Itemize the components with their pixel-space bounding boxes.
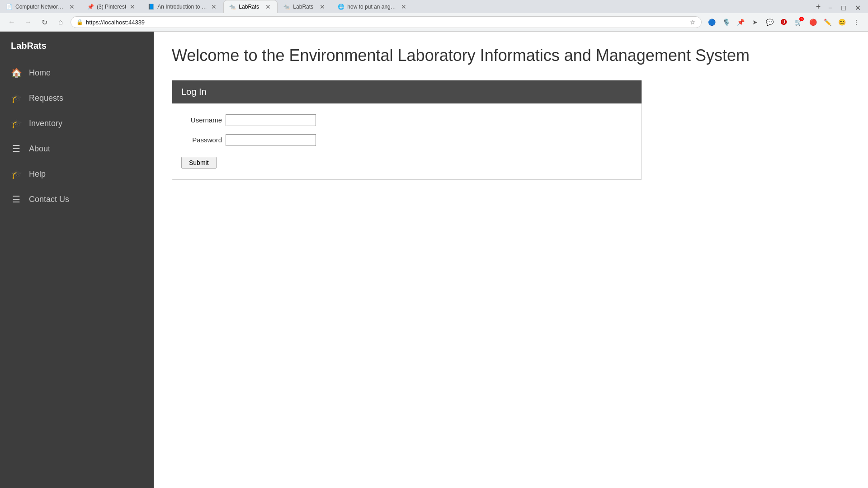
tab-title-tab6: how to put an angul... — [347, 4, 397, 10]
tab-close-tab3[interactable]: ✕ — [210, 3, 217, 10]
username-input[interactable] — [226, 114, 316, 126]
username-label: Username — [181, 116, 222, 124]
sidebar-brand: LabRats — [0, 32, 154, 60]
extension-icon-4[interactable]: ➤ — [749, 16, 761, 28]
reload-button[interactable]: ↻ — [38, 16, 51, 28]
home-button[interactable]: ⌂ — [54, 16, 67, 28]
new-tab-button[interactable]: + — [812, 0, 825, 13]
close-window-button[interactable]: ✕ — [851, 3, 864, 13]
tabs-container: 📄 Computer Networkin... ✕ 📌 (3) Pinteres… — [0, 0, 812, 13]
extension-icon-3[interactable]: 📌 — [734, 16, 747, 28]
sidebar-item-about[interactable]: ☰ About — [0, 136, 154, 161]
tab-title-tab1: Computer Networkin... — [15, 4, 66, 10]
browser-tab-tab4[interactable]: 🐀 LabRats ✕ — [223, 0, 278, 13]
tab-bar: 📄 Computer Networkin... ✕ 📌 (3) Pinteres… — [0, 0, 868, 13]
browser-tab-tab5[interactable]: 🐀 LabRats ✕ — [278, 0, 332, 13]
sidebar-item-label-help: Help — [29, 169, 46, 179]
login-panel: Log In Username Password Submit — [172, 80, 642, 180]
app-layout: LabRats 🏠 Home 🎓 Requests 🎓 Inventory ☰ … — [0, 32, 868, 488]
browser-tab-tab6[interactable]: 🌐 how to put an angul... ✕ — [332, 0, 413, 13]
extension-icon-8[interactable]: ✏️ — [821, 16, 834, 28]
menu-button[interactable]: ⋮ — [850, 16, 863, 28]
back-button[interactable]: ← — [5, 16, 18, 28]
browser-tab-tab2[interactable]: 📌 (3) Pinterest ✕ — [81, 0, 142, 13]
tab-close-tab1[interactable]: ✕ — [68, 3, 75, 10]
tab-title-tab2: (3) Pinterest — [97, 4, 126, 10]
sidebar-item-label-inventory: Inventory — [29, 119, 62, 128]
maximize-button[interactable]: □ — [838, 3, 849, 13]
minimize-button[interactable]: − — [825, 3, 836, 13]
tab-favicon-tab1: 📄 — [6, 4, 13, 10]
extension-icon-1[interactable]: 🔵 — [705, 16, 718, 28]
extension-icon-2[interactable]: 🎙️ — [720, 16, 732, 28]
sidebar: LabRats 🏠 Home 🎓 Requests 🎓 Inventory ☰ … — [0, 32, 154, 488]
tab-close-tab2[interactable]: ✕ — [129, 3, 136, 10]
sidebar-item-label-requests: Requests — [29, 94, 63, 103]
tab-favicon-tab6: 🌐 — [338, 4, 344, 10]
extension-icon-7[interactable]: 🔴 — [807, 16, 819, 28]
browser-tab-tab1[interactable]: 📄 Computer Networkin... ✕ — [0, 0, 81, 13]
tab-favicon-tab5: 🐀 — [283, 4, 290, 10]
help-icon: 🎓 — [11, 169, 22, 179]
tab-close-tab6[interactable]: ✕ — [400, 3, 407, 10]
about-icon: ☰ — [11, 143, 22, 154]
submit-button[interactable]: Submit — [181, 157, 217, 169]
sidebar-item-requests[interactable]: 🎓 Requests — [0, 85, 154, 111]
address-text: https://localhost:44339 — [86, 19, 687, 26]
window-controls: − □ ✕ — [825, 3, 868, 13]
browser-tab-tab3[interactable]: 📘 An Introduction to W... ✕ — [142, 0, 223, 13]
tab-close-tab5[interactable]: ✕ — [319, 3, 326, 10]
address-bar[interactable]: 🔒 https://localhost:44339 ☆ — [71, 16, 702, 28]
address-bar-row: ← → ↻ ⌂ 🔒 https://localhost:44339 ☆ 🔵 🎙️… — [0, 13, 868, 31]
extension-icon-amazon[interactable]: 🛒9 — [792, 16, 805, 28]
sidebar-item-contact[interactable]: ☰ Contact Us — [0, 187, 154, 212]
bookmark-icon[interactable]: ☆ — [690, 19, 696, 26]
lock-icon: 🔒 — [76, 19, 83, 25]
tab-title-tab3: An Introduction to W... — [157, 4, 208, 10]
sidebar-item-label-home: Home — [29, 68, 51, 78]
browser-chrome: 📄 Computer Networkin... ✕ 📌 (3) Pinteres… — [0, 0, 868, 32]
tab-favicon-tab4: 🐀 — [229, 4, 236, 10]
sidebar-item-label-contact: Contact Us — [29, 195, 69, 204]
sidebar-item-home[interactable]: 🏠 Home — [0, 60, 154, 85]
home-icon: 🏠 — [11, 67, 22, 78]
page-title: Welcome to the Environmental Laboratory … — [172, 45, 850, 66]
sidebar-item-inventory[interactable]: 🎓 Inventory — [0, 111, 154, 136]
extension-icon-5[interactable]: 💬 — [763, 16, 776, 28]
extension-icon-6[interactable]: 🅤 — [778, 16, 790, 28]
login-panel-body: Username Password Submit — [172, 103, 642, 179]
tab-favicon-tab3: 📘 — [148, 4, 155, 10]
sidebar-item-help[interactable]: 🎓 Help — [0, 161, 154, 187]
extension-icon-9[interactable]: 😊 — [835, 16, 848, 28]
password-label: Password — [181, 136, 222, 144]
login-panel-header: Log In — [172, 80, 642, 103]
tab-close-tab4[interactable]: ✕ — [264, 3, 272, 10]
sidebar-item-label-about: About — [29, 144, 50, 154]
username-row: Username — [181, 114, 632, 126]
inventory-icon: 🎓 — [11, 118, 22, 129]
password-row: Password — [181, 134, 632, 146]
main-content: Welcome to the Environmental Laboratory … — [154, 32, 868, 488]
tab-favicon-tab2: 📌 — [87, 4, 94, 10]
sidebar-nav: 🏠 Home 🎓 Requests 🎓 Inventory ☰ About 🎓 … — [0, 60, 154, 212]
tab-title-tab4: LabRats — [239, 4, 262, 10]
toolbar-icons: 🔵 🎙️ 📌 ➤ 💬 🅤 🛒9 🔴 ✏️ 😊 ⋮ — [705, 16, 863, 28]
tab-title-tab5: LabRats — [293, 4, 316, 10]
forward-button[interactable]: → — [22, 16, 34, 28]
contact-icon: ☰ — [11, 194, 22, 205]
requests-icon: 🎓 — [11, 93, 22, 103]
password-input[interactable] — [226, 134, 316, 146]
